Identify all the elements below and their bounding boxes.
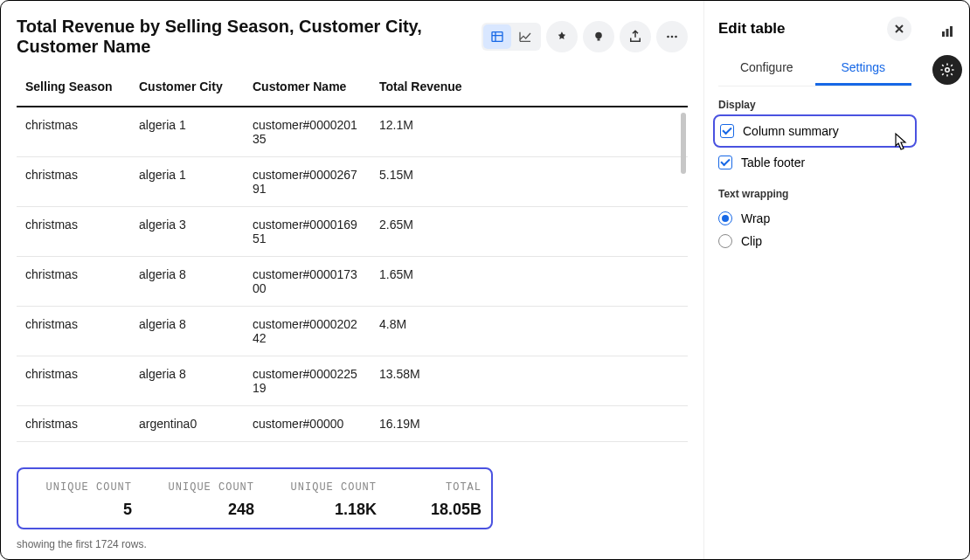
- tab-configure[interactable]: Configure: [718, 53, 815, 86]
- cell: customer#000016951: [244, 207, 371, 257]
- checkbox-label: Column summary: [743, 124, 839, 138]
- table-row[interactable]: christmasalgeria 1customer#00002013512.1…: [17, 107, 688, 157]
- summary-value: 1.18K: [335, 501, 377, 519]
- svg-rect-0: [492, 32, 502, 42]
- rail-settings-button[interactable]: [932, 55, 962, 85]
- cell: christmas: [17, 107, 130, 157]
- cell-empty: [475, 207, 688, 257]
- checkbox-icon: [720, 124, 734, 138]
- radio-icon: [718, 234, 732, 248]
- radio-label: Wrap: [741, 211, 770, 225]
- svg-point-3: [595, 32, 602, 39]
- tab-settings[interactable]: Settings: [815, 53, 912, 86]
- cell: customer#00000: [244, 406, 371, 442]
- cell: christmas: [17, 307, 130, 356]
- col-header[interactable]: Customer City: [130, 69, 244, 107]
- checkbox-table-footer[interactable]: Table footer: [718, 151, 911, 174]
- chart-view-button[interactable]: [511, 24, 539, 49]
- cell: algeria 3: [130, 207, 244, 257]
- col-header[interactable]: Total Revenue: [371, 69, 475, 107]
- more-button[interactable]: [656, 21, 688, 52]
- pin-icon: [554, 29, 570, 45]
- table-row[interactable]: christmasargentina0customer#0000016.19M: [17, 406, 688, 442]
- pin-button[interactable]: [546, 21, 578, 52]
- table-row[interactable]: christmasalgeria 8customer#00002251913.5…: [17, 356, 688, 406]
- cell: christmas: [17, 157, 130, 207]
- table-row[interactable]: christmasalgeria 3customer#0000169512.65…: [17, 207, 688, 257]
- col-header[interactable]: Customer Name: [244, 69, 371, 107]
- cell: 16.19M: [371, 406, 475, 442]
- svg-point-11: [946, 68, 950, 73]
- table-row[interactable]: christmasalgeria 1customer#0000267915.15…: [17, 157, 688, 207]
- close-icon: [894, 24, 904, 34]
- chart-line-icon: [518, 30, 532, 44]
- column-summary-footer: UNIQUE COUNT 5 UNIQUE COUNT 248 UNIQUE C…: [17, 467, 493, 529]
- cell-empty: [475, 157, 688, 207]
- svg-point-6: [671, 36, 674, 38]
- cell: argentina0: [130, 406, 244, 442]
- cell: algeria 8: [130, 257, 244, 307]
- share-icon: [627, 29, 643, 45]
- table-row[interactable]: christmasalgeria 8customer#0000202424.8M: [17, 307, 688, 356]
- cell: algeria 8: [130, 307, 244, 356]
- summary-label: TOTAL: [446, 481, 482, 494]
- summary-label: UNIQUE COUNT: [291, 481, 377, 494]
- cell: 2.65M: [371, 207, 475, 257]
- checkbox-column-summary[interactable]: Column summary: [720, 120, 910, 142]
- cell: algeria 1: [130, 157, 244, 207]
- cell: algeria 8: [130, 356, 244, 406]
- checkbox-label: Table footer: [741, 156, 805, 169]
- insight-button[interactable]: [583, 21, 614, 52]
- bar-chart-icon: [939, 24, 955, 39]
- cell: 12.1M: [371, 107, 475, 157]
- summary-label: UNIQUE COUNT: [46, 481, 132, 494]
- cell: 4.8M: [371, 307, 475, 356]
- svg-point-5: [667, 36, 669, 38]
- cell: christmas: [17, 257, 130, 307]
- share-button[interactable]: [620, 21, 651, 52]
- cell-empty: [475, 307, 688, 356]
- cell: customer#000017300: [244, 257, 371, 307]
- table-icon: [490, 30, 504, 44]
- checkbox-icon: [718, 156, 732, 169]
- radio-label: Clip: [741, 234, 762, 248]
- table-view-button[interactable]: [483, 24, 511, 49]
- cell-empty: [475, 257, 688, 307]
- cell: 13.58M: [371, 356, 475, 406]
- cell: customer#000020242: [244, 307, 371, 356]
- summary-value: 248: [228, 501, 254, 519]
- lightbulb-icon: [591, 29, 606, 45]
- cell: 5.15M: [371, 157, 475, 207]
- svg-rect-9: [946, 29, 949, 37]
- radio-icon: [718, 211, 732, 225]
- cell: christmas: [17, 207, 130, 257]
- cell: algeria 1: [130, 107, 244, 157]
- scrollbar[interactable]: [681, 113, 686, 174]
- cell: customer#000022519: [244, 356, 371, 406]
- gear-icon: [939, 62, 955, 78]
- close-button[interactable]: [887, 17, 911, 41]
- cell: customer#000020135: [244, 107, 371, 157]
- svg-point-7: [675, 36, 677, 38]
- section-label-display: Display: [718, 99, 911, 111]
- ellipsis-icon: [664, 29, 680, 45]
- rail-chart-button[interactable]: [932, 17, 962, 46]
- radio-wrap[interactable]: Wrap: [718, 207, 911, 230]
- svg-rect-8: [942, 31, 945, 37]
- col-header[interactable]: Selling Season: [17, 69, 130, 107]
- cell: 1.65M: [371, 257, 475, 307]
- page-title: Total Revenue by Selling Season, Custome…: [17, 17, 473, 57]
- col-header-empty: [475, 69, 688, 107]
- cell: christmas: [17, 406, 130, 442]
- svg-rect-4: [598, 38, 600, 40]
- radio-clip[interactable]: Clip: [718, 230, 911, 252]
- table-row[interactable]: christmasalgeria 8customer#0000173001.65…: [17, 257, 688, 307]
- summary-label: UNIQUE COUNT: [169, 481, 254, 494]
- view-toggle: [482, 23, 541, 51]
- row-count-label: showing the first 1724 rows.: [17, 538, 688, 550]
- svg-rect-10: [950, 26, 953, 37]
- panel-title: Edit table: [718, 20, 786, 38]
- cell-empty: [475, 107, 688, 157]
- cell-empty: [475, 356, 688, 406]
- cell: christmas: [17, 356, 130, 406]
